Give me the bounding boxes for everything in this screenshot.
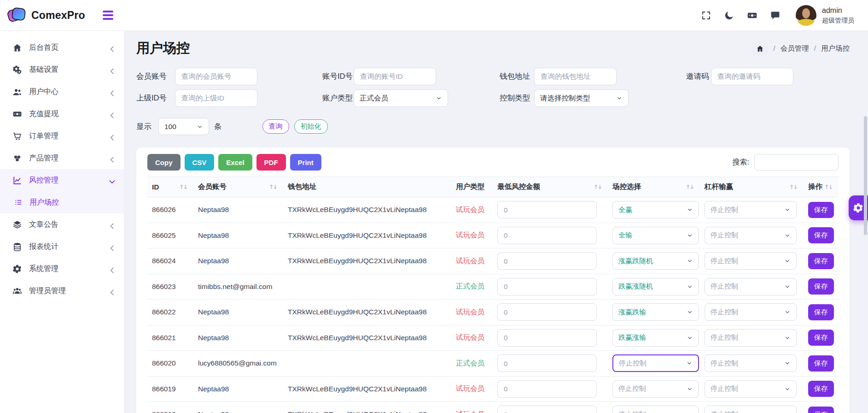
sidebar-item-user-center[interactable]: 用户中心 (0, 81, 124, 103)
min-amount-input[interactable] (497, 380, 597, 398)
invite-code-input[interactable] (711, 68, 793, 85)
brand-name: ComexPro (31, 9, 85, 22)
member-account-input[interactable] (175, 68, 257, 85)
chevron-left-icon (107, 243, 114, 250)
leverage-select[interactable]: 停止控制 (705, 278, 797, 295)
save-button[interactable]: 保存 (808, 381, 834, 397)
field-control-select[interactable]: 涨赢跌随机 (612, 252, 699, 270)
save-button[interactable]: 保存 (808, 202, 834, 218)
query-button[interactable]: 查询 (262, 119, 289, 134)
control-type-select[interactable]: 请选择控制类型 (534, 89, 629, 107)
min-amount-input[interactable] (497, 303, 597, 321)
table-row: 866020lucy6880565@gmai.com正式会员停止控制停止控制保存 (147, 351, 839, 377)
column-header[interactable]: 会员账号↑↓ (193, 182, 283, 192)
save-button[interactable]: 保存 (808, 330, 834, 346)
save-button[interactable]: 保存 (808, 304, 834, 320)
breadcrumb-home-button[interactable] (752, 41, 768, 56)
field-control-select[interactable]: 涨赢跌输 (612, 303, 699, 321)
leverage-select[interactable]: 停止控制 (705, 406, 797, 413)
min-amount-input[interactable] (497, 278, 597, 295)
gears-icon (12, 65, 22, 75)
chevron-left-icon (107, 88, 114, 95)
cash-icon[interactable] (747, 10, 757, 21)
chevron-down-icon (784, 386, 791, 392)
save-button[interactable]: 保存 (808, 227, 834, 243)
sidebar-item-system-management[interactable]: 系统管理 (0, 258, 124, 280)
cell-user-type: 试玩会员 (451, 410, 493, 413)
chevron-down-icon (436, 95, 442, 101)
sidebar-item-dashboard[interactable]: 后台首页 (0, 36, 124, 59)
min-amount-input[interactable] (497, 227, 597, 244)
leverage-select[interactable]: 停止控制 (705, 252, 797, 270)
sort-icon[interactable]: ↑↓ (789, 183, 797, 190)
sort-icon[interactable]: ↑↓ (269, 183, 277, 190)
sort-icon[interactable]: ↑↓ (824, 183, 832, 190)
leverage-select[interactable]: 停止控制 (705, 380, 797, 398)
chevron-down-icon (687, 283, 693, 290)
hamburger-menu-icon[interactable] (101, 9, 115, 21)
export-copy-button[interactable]: Copy (147, 154, 181, 171)
column-header[interactable]: 杠杆输赢↑↓ (700, 182, 804, 192)
sidebar-item-deposit-withdraw[interactable]: 充值提现 (0, 103, 124, 125)
column-header[interactable]: ID↑↓ (147, 183, 193, 191)
account-id-input[interactable] (354, 68, 436, 85)
user-menu[interactable]: admin 超级管理员 (796, 5, 854, 26)
column-header[interactable]: 场控选择↑↓ (608, 182, 700, 192)
sidebar-item-articles[interactable]: 文章公告 (0, 213, 124, 236)
sidebar-item-risk-management[interactable]: 风控管理 (0, 169, 124, 191)
field-control-select[interactable]: 停止控制 (612, 406, 699, 413)
sidebar-item-reports[interactable]: 报表统计 (0, 236, 124, 258)
leverage-select[interactable]: 停止控制 (705, 303, 797, 321)
page-size-select[interactable]: 100 (158, 118, 209, 135)
min-amount-input[interactable] (497, 252, 597, 270)
breadcrumb-item-member-management[interactable]: 会员管理 (781, 44, 809, 53)
sidebar-item-admin-management[interactable]: 管理员管理 (0, 280, 124, 302)
save-button[interactable]: 保存 (808, 355, 834, 372)
field-control-select[interactable]: 跌赢涨输 (612, 329, 699, 347)
column-header: 钱包地址 (283, 182, 451, 192)
column-header[interactable]: 操作↑↓ (804, 182, 839, 192)
sort-icon[interactable]: ↑↓ (179, 183, 187, 190)
dark-mode-moon-icon[interactable] (724, 10, 734, 21)
vertical-scrollbar[interactable] (864, 116, 867, 235)
chevron-down-icon (687, 258, 693, 264)
min-amount-input[interactable] (497, 329, 597, 347)
sidebar-item-basic-settings[interactable]: 基础设置 (0, 59, 124, 81)
account-type-select[interactable]: 正式会员 (354, 89, 448, 107)
sort-icon[interactable]: ↑↓ (686, 183, 693, 190)
leverage-select[interactable]: 停止控制 (705, 201, 797, 218)
leverage-select[interactable]: 停止控制 (705, 329, 797, 347)
fullscreen-icon[interactable] (701, 10, 711, 21)
reset-button[interactable]: 初始化 (294, 119, 328, 134)
account-id-label: 账号ID号 (322, 71, 354, 82)
export-print-button[interactable]: Print (290, 154, 321, 171)
column-header[interactable]: 最低风控金额↑↓ (493, 182, 608, 192)
field-control-select[interactable]: 停止控制 (612, 354, 699, 372)
save-button[interactable]: 保存 (808, 253, 834, 269)
leverage-select[interactable]: 停止控制 (705, 354, 797, 372)
chat-icon[interactable] (770, 10, 781, 21)
export-excel-button[interactable]: Excel (218, 154, 252, 171)
leverage-select[interactable]: 停止控制 (705, 227, 797, 244)
brand[interactable]: ComexPro (7, 6, 85, 24)
min-amount-input[interactable] (497, 201, 597, 218)
field-control-select[interactable]: 跌赢涨随机 (612, 278, 699, 295)
field-control-select[interactable]: 全赢 (612, 201, 699, 218)
table-search-input[interactable] (754, 154, 839, 171)
export-buttons: CopyCSVExcelPDFPrint (147, 154, 321, 171)
save-button[interactable]: 保存 (808, 407, 834, 413)
sidebar-item-product-management[interactable]: 产品管理 (0, 147, 124, 169)
field-control-select[interactable]: 停止控制 (612, 380, 699, 398)
sort-icon[interactable]: ↑↓ (594, 183, 601, 190)
field-control-select[interactable]: 全输 (612, 227, 699, 244)
export-csv-button[interactable]: CSV (185, 154, 215, 171)
sidebar-item-user-field-control[interactable]: 用户场控 (0, 191, 124, 213)
min-amount-input[interactable] (497, 406, 597, 413)
export-pdf-button[interactable]: PDF (256, 154, 286, 171)
cell-id: 866018 (147, 410, 193, 413)
wallet-address-input[interactable] (534, 68, 617, 85)
sidebar-item-order-management[interactable]: 订单管理 (0, 125, 124, 147)
save-button[interactable]: 保存 (808, 278, 834, 295)
parent-id-input[interactable] (175, 89, 257, 107)
min-amount-input[interactable] (497, 354, 597, 372)
